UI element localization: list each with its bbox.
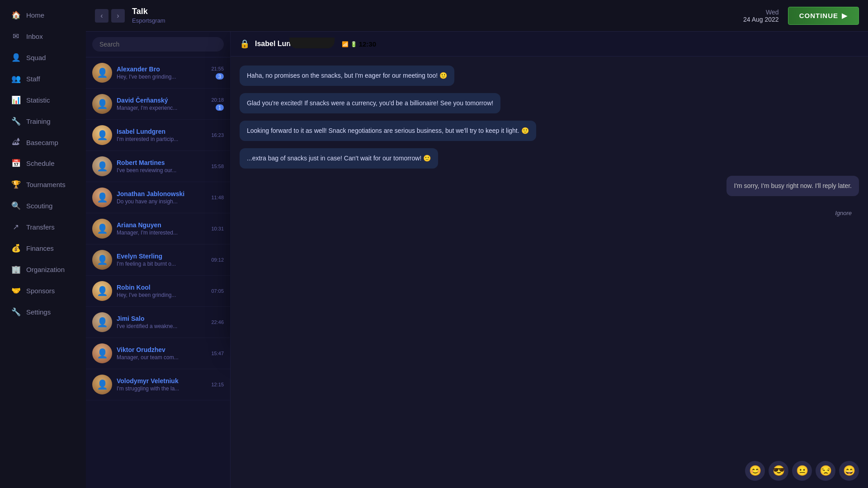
chat-avatar: 👤 [92, 156, 112, 176]
sidebar-item-squad[interactable]: 👤 Squad [3, 47, 83, 68]
message-2: Glad you're excited! If snacks were a cu… [240, 93, 500, 113]
sidebar-item-finances[interactable]: 💰 Finances [3, 238, 83, 258]
emoji-btn-4[interactable]: 😒 [816, 461, 835, 481]
chat-meta: 07:05 [211, 288, 224, 294]
chat-item[interactable]: 👤 Robert Martines I've been reviewing ou… [86, 151, 230, 182]
chat-meta: 20:18 1 [211, 97, 224, 111]
chat-preview: Manager, I'm experienc... [117, 105, 207, 111]
transfers-icon: ↗ [11, 222, 21, 232]
sidebar-item-staff[interactable]: 👥 Staff [3, 69, 83, 89]
chat-info: Isabel Lundgren I'm interested in partic… [117, 128, 207, 142]
sidebar-item-settings[interactable]: 🔧 Settings [3, 302, 83, 322]
chat-info: Alexander Bro Hey, I've been grinding... [117, 66, 207, 80]
chat-time: 07:05 [211, 288, 224, 294]
chat-badge: 3 [216, 73, 224, 80]
emojis-row: 😊 😎 😐 😒 😄 [231, 457, 868, 488]
chat-preview: Do you have any insigh... [117, 198, 207, 205]
chat-name: Isabel Lundgren [117, 128, 207, 135]
nav-back-button[interactable]: ‹ [95, 9, 108, 23]
emoji-btn-5[interactable]: 😄 [839, 461, 859, 481]
chat-item[interactable]: 👤 David Čerňanský Manager, I'm experienc… [86, 89, 230, 120]
sidebar-item-schedule[interactable]: 📅 Schedule [3, 153, 83, 174]
chat-meta: 21:55 3 [211, 66, 224, 80]
search-bar [86, 32, 230, 57]
sidebar-item-label: Sponsors [26, 287, 55, 295]
message-1: Haha, no promises on the snacks, but I'm… [240, 66, 454, 86]
sidebar-item-sponsors[interactable]: 🤝 Sponsors [3, 281, 83, 301]
chat-avatar: 👤 [92, 219, 112, 239]
chat-avatar: 👤 [92, 343, 112, 363]
sidebar-item-inbox[interactable]: ✉ Inbox [3, 26, 83, 47]
sidebar-item-label: Statistic [26, 96, 50, 104]
chat-name: Evelyn Sterling [117, 253, 207, 260]
sponsors-icon: 🤝 [11, 286, 21, 296]
chat-meta: 15:47 [211, 351, 224, 356]
nav-forward-button[interactable]: › [111, 9, 125, 23]
chat-time: 15:58 [211, 164, 224, 169]
sidebar-item-label: Squad [26, 54, 46, 61]
emoji-btn-2[interactable]: 😎 [769, 461, 788, 481]
sidebar: 🏠 Home ✉ Inbox 👤 Squad 👥 Staff 📊 Statist… [0, 0, 86, 488]
chat-preview: I'm interested in particip... [117, 136, 207, 142]
sidebar-item-transfers[interactable]: ↗ Transfers [3, 217, 83, 237]
chat-info: David Čerňanský Manager, I'm experienc..… [117, 97, 207, 111]
chat-time: 09:12 [211, 257, 224, 263]
chat-avatar: 👤 [92, 281, 112, 301]
chat-item[interactable]: 👤 Evelyn Sterling I'm feeling a bit burn… [86, 244, 230, 276]
message-5: I'm sorry, I'm busy right now. I'll repl… [726, 176, 859, 196]
sidebar-item-label: Training [26, 117, 51, 125]
chat-time: 21:55 [211, 66, 224, 71]
chat-name: Volodymyr Veletniuk [117, 377, 207, 385]
home-icon: 🏠 [11, 10, 21, 20]
sidebar-item-organization[interactable]: 🏢 Organization [3, 259, 83, 280]
chat-item[interactable]: 👤 Isabel Lundgren I'm interested in part… [86, 120, 230, 151]
chat-preview: I'm struggling with the la... [117, 385, 207, 392]
continue-label: CONTINUE [799, 12, 838, 19]
search-input[interactable] [92, 37, 224, 52]
chat-name: David Čerňanský [117, 97, 207, 104]
chat-avatar: 👤 [92, 188, 112, 207]
chat-badge: 1 [216, 104, 224, 111]
chat-item[interactable]: 👤 Jimi Salo I've identified a weakne... … [86, 307, 230, 338]
chat-name: Alexander Bro [117, 66, 207, 73]
phone-notch [289, 38, 335, 48]
message-2-text: Glad you're excited! If snacks were a cu… [247, 99, 493, 107]
chat-info: Jimi Salo I've identified a weakne... [117, 315, 207, 329]
chat-avatar: 👤 [92, 63, 112, 83]
page-title-block: Talk Esportsgram [132, 7, 743, 24]
sidebar-item-training[interactable]: 🔧 Training [3, 111, 83, 131]
page-title: Talk [132, 7, 743, 16]
continue-arrow-icon: ▶ [842, 12, 848, 20]
chat-time: 20:18 [211, 97, 224, 103]
continue-button[interactable]: CONTINUE ▶ [788, 7, 859, 25]
chat-item[interactable]: 👤 Jonathan Jablonowski Do you have any i… [86, 182, 230, 213]
sidebar-item-label: Transfers [26, 223, 55, 231]
chat-item[interactable]: 👤 Robin Kool Hey, I've been grinding... … [86, 276, 230, 307]
chat-item[interactable]: 👤 Volodymyr Veletniuk I'm struggling wit… [86, 369, 230, 400]
chat-time: 15:47 [211, 351, 224, 356]
sidebar-item-tournaments[interactable]: 🏆 Tournaments [3, 174, 83, 195]
battery-icon: 🔋 [350, 41, 357, 47]
sidebar-item-home[interactable]: 🏠 Home [3, 5, 83, 25]
sidebar-item-label: Organization [26, 266, 65, 273]
sidebar-item-scouting[interactable]: 🔍 Scouting [3, 196, 83, 216]
body-area: 👤 Alexander Bro Hey, I've been grinding.… [86, 32, 868, 488]
chat-item[interactable]: 👤 Ariana Nguyen Manager, I'm interested.… [86, 213, 230, 244]
chat-info: Ariana Nguyen Manager, I'm interested... [117, 221, 207, 236]
sidebar-item-basecamp[interactable]: 🏕 Basecamp [3, 132, 83, 152]
chat-list: 👤 Alexander Bro Hey, I've been grinding.… [86, 32, 231, 488]
sidebar-item-label: Inbox [26, 33, 43, 40]
emoji-btn-3[interactable]: 😐 [792, 461, 812, 481]
chat-avatar: 👤 [92, 312, 112, 332]
chat-item[interactable]: 👤 Viktor Orudzhev Manager, our team com.… [86, 338, 230, 369]
message-ignore[interactable]: Ignore [828, 203, 859, 223]
messages-area: Haha, no promises on the snacks, but I'm… [231, 56, 868, 457]
message-3-text: Looking forward to it as well! Snack neg… [247, 127, 529, 134]
main-content: ‹ › Talk Esportsgram Wed 24 Aug 2022 CON… [86, 0, 868, 488]
inbox-icon: ✉ [11, 32, 21, 41]
chat-meta: 15:58 [211, 164, 224, 169]
sidebar-item-statistic[interactable]: 📊 Statistic [3, 90, 83, 110]
chat-name: Robin Kool [117, 284, 207, 291]
emoji-btn-1[interactable]: 😊 [745, 461, 765, 481]
chat-item[interactable]: 👤 Alexander Bro Hey, I've been grinding.… [86, 57, 230, 89]
